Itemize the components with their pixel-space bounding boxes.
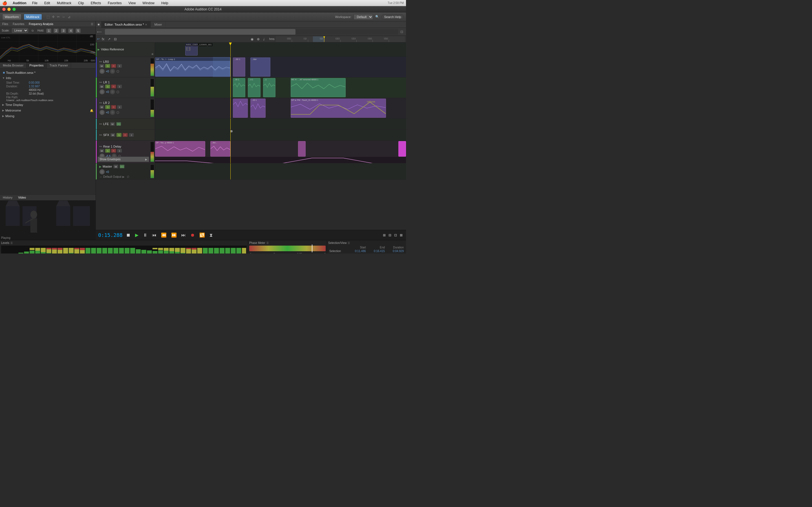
lr1-clip-3[interactable]: ...1 [263,78,276,97]
menu-effects[interactable]: Effects [90,1,102,6]
lr0-timeline[interactable]: DP - To...\ - Loop 1 ...00 1 [155,57,406,77]
sfx-solo-button[interactable]: S [116,133,121,137]
lr0-volume-knob[interactable] [99,68,105,74]
master-output-label[interactable]: Default Output [103,175,121,178]
sfx-mute-button[interactable]: M [110,133,115,137]
record-button[interactable]: ⏺ [189,232,196,238]
lr1-pan-knob[interactable] [110,89,115,95]
lr0-solo-button[interactable]: S [105,64,110,68]
rear1-solo-button[interactable]: S [105,149,110,153]
lr1-input-button[interactable]: I [117,84,122,89]
lfe-timeline[interactable] [155,119,406,129]
apple-menu[interactable]: 🍎 [2,1,7,5]
time-display-header[interactable]: ▶ Time Display [2,102,94,108]
master-solo-button[interactable]: (S) [119,165,124,168]
hold-5-button[interactable]: 5 [75,29,81,33]
hold-2-button[interactable]: 2 [54,29,59,33]
mixer-tab[interactable]: Mixer [151,21,165,27]
tab-close-icon[interactable]: ✕ [145,23,147,26]
lr1-volume-knob[interactable] [99,89,105,95]
file-item[interactable]: ■ Touch Audition.sesx * [2,70,94,75]
loop-button[interactable]: 🔁 [198,232,206,238]
multitrack-button[interactable]: Multitrack [24,14,42,20]
menu-help[interactable]: Help [160,1,169,6]
menu-view[interactable]: View [128,1,137,6]
stretch-tool-icon[interactable]: ↔ [62,15,65,19]
lr0-record-button[interactable]: R [111,64,116,68]
lr2-name[interactable]: LR 2 [103,101,110,105]
phase-meter-menu-icon[interactable]: ☰ [266,242,269,244]
lr2-clip-3[interactable]: DP w. PW - Touch_01 48000 1 Volume [291,99,386,118]
timecode-format[interactable]: hms [269,38,274,41]
lr0-name[interactable]: LR0 [103,60,109,63]
lr1-record-button[interactable]: R [111,84,116,89]
lr1-solo-button[interactable]: S [105,84,110,89]
selection-tool-icon[interactable]: ⬚ [47,15,50,19]
properties-tab[interactable]: Properties [27,62,47,68]
sfx-input-button[interactable]: I [129,133,134,137]
razor-tool-icon[interactable]: ✂ [57,15,60,19]
zoom-selection-button[interactable]: ⊠ [399,233,404,238]
menu-window[interactable]: Window [141,1,156,6]
editor-tab-main[interactable]: Editor: Touch Audition.sesx * ✕ [101,21,151,27]
rear1-clip-2[interactable]: ...tter... [210,141,231,157]
zoom-in-button[interactable]: ⊞ [382,233,387,238]
sfx-timeline[interactable] [155,129,406,140]
lr2-clip-2[interactable]: ...00 1 [250,99,265,118]
lfe-solo-button[interactable]: (S) [116,122,121,126]
fx-button[interactable]: fx [101,37,105,42]
selection-start-value[interactable]: 0:11.486 [348,249,367,253]
master-mute-button[interactable]: M [113,165,118,168]
rear1-record-button[interactable]: R [111,149,116,153]
menu-favorites[interactable]: Favorites [107,1,123,6]
rear1-name[interactable]: Rear 1 Delay [103,145,121,148]
hold-1-button[interactable]: 1 [46,29,51,33]
skip-fwd-button[interactable]: ⏭ [180,232,187,238]
lr2-timeline[interactable]: ...00 1 DP w. PW - Touch_01 48000 1 Volu… [155,98,406,118]
zoom-icon[interactable]: ⊕ [151,53,154,55]
close-button[interactable] [2,8,6,11]
lr0-pan-knob[interactable] [110,68,115,74]
rear1-clip-3[interactable] [298,141,306,157]
lr2-solo-button[interactable]: S [105,105,110,109]
rear1-timeline[interactable]: DP - Tou...p 48000 1 ...tter... [155,140,406,163]
move-tool-icon[interactable]: ✛ [52,15,55,19]
sfx-name[interactable]: SFX [103,133,109,136]
freq-analysis-menu-icon[interactable]: ☰ [91,22,93,25]
zoom-fit-button[interactable]: ⊡ [393,233,398,238]
hold-4-button[interactable]: 4 [68,29,73,33]
video-tab[interactable]: Video [15,194,29,200]
timeline-tools[interactable]: ⟵ [96,30,103,34]
maximize-button[interactable] [12,8,16,11]
master-name[interactable]: Master [103,165,112,168]
track-panner-tab[interactable]: Track Panner [47,62,71,68]
workspace-select[interactable]: Default [354,14,373,20]
app-name[interactable]: Audition [13,1,27,5]
lr2-clip-1[interactable] [233,99,248,118]
lr2-record-button[interactable]: R [111,105,116,109]
rear1-input-button[interactable]: I [117,149,122,153]
menu-clip[interactable]: Clip [77,1,85,6]
lr2-mute-button[interactable]: M [99,105,104,109]
freq-analysis-tab[interactable]: Frequency Analysis [29,22,53,25]
rear1-clip-4[interactable] [398,141,406,157]
media-browser-tab[interactable]: Media Browser [0,62,27,68]
menu-file[interactable]: File [31,1,39,6]
monitor-icon[interactable]: ◉ [250,37,255,42]
hold-3-button[interactable]: 3 [61,29,66,33]
lr1-clip-2[interactable]: ...0 1 [248,78,260,97]
lr2-surround-icon[interactable]: ⊙ [116,110,119,115]
show-envelopes-button[interactable]: Show Envelopes ▶ [98,157,149,162]
lr1-surround-icon[interactable]: ⊙ [116,90,119,94]
minimize-button[interactable] [7,8,11,11]
lr0-mute-button[interactable]: M [99,64,104,68]
play-button[interactable]: ▶ [134,232,140,238]
search-help-field[interactable]: Search Help [382,14,404,19]
master-volume-knob[interactable] [99,169,105,175]
timeline-scrollbar-track[interactable] [105,29,398,35]
sfx-record-button[interactable]: R [123,133,128,137]
output-dropdown-icon[interactable]: ▶ [122,175,124,178]
selection-view-menu-icon[interactable]: ☰ [348,242,350,244]
lr2-volume-knob[interactable] [99,110,105,115]
view-end-value[interactable]: 0:56.672 [367,253,386,253]
